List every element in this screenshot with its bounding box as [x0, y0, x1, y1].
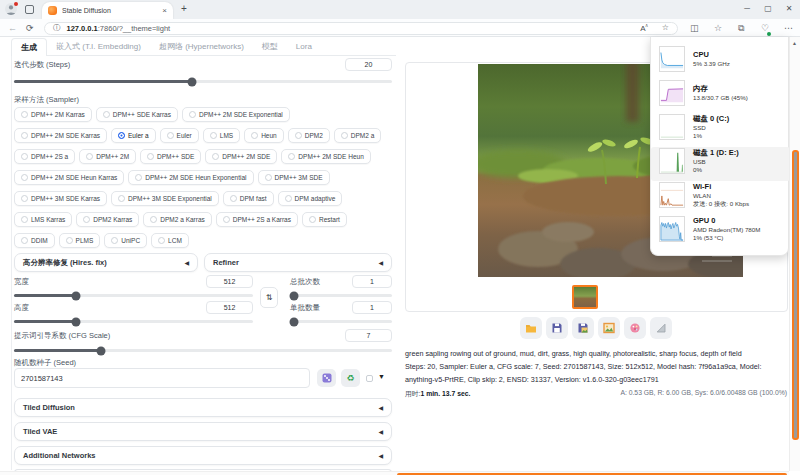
perf-row-disk1[interactable]: 磁盘 1 (D: E:) USB 0% — [651, 147, 790, 181]
sampler-option[interactable]: DPM2 Karras — [76, 212, 139, 227]
read-aloud-icon[interactable]: Aʌ — [640, 23, 648, 33]
sampler-option[interactable]: LMS — [203, 128, 240, 143]
sampler-option[interactable]: DPM++ 2S a — [14, 149, 75, 164]
browser-tab[interactable]: Stable Diffusion × — [42, 2, 173, 19]
sampler-option[interactable]: DDIM — [14, 233, 55, 248]
send-to-inpaint-button[interactable] — [624, 317, 646, 339]
tab-hypernetworks[interactable]: 超网络 (Hypernetworks) — [150, 38, 253, 55]
send-to-img2img-button[interactable] — [598, 317, 620, 339]
scroll-up-icon[interactable]: ▲ — [792, 40, 797, 46]
sampler-option[interactable]: DPM2 a Karras — [143, 212, 211, 227]
gpu-chart — [659, 216, 685, 242]
batch-count-input[interactable] — [352, 275, 392, 288]
sampler-option[interactable]: PLMS — [59, 233, 101, 248]
width-input[interactable] — [206, 275, 253, 288]
sampler-option[interactable]: DPM++ 2S a Karras — [216, 212, 298, 227]
sampler-option[interactable]: DPM++ 2M — [79, 149, 136, 164]
perf-row-memory[interactable]: 内存 13.8/30.7 GB (45%) — [651, 79, 790, 113]
tab-lora[interactable]: Lora — [287, 38, 321, 55]
radio-icon — [21, 111, 28, 118]
sampler-option[interactable]: Euler — [160, 128, 199, 143]
cfg-scale-slider[interactable] — [14, 349, 392, 352]
workspaces-icon[interactable] — [25, 5, 34, 14]
sampler-option[interactable]: UniPC — [104, 233, 147, 248]
sampler-option[interactable]: DPM++ 3M SDE Exponential — [111, 191, 219, 206]
palette-icon — [629, 322, 641, 334]
save-image-button[interactable] — [546, 317, 568, 339]
close-window-button[interactable]: ✕ — [780, 2, 798, 16]
sampler-option[interactable]: DPM++ SDE — [140, 149, 201, 164]
sampler-option[interactable]: DPM2 — [288, 128, 330, 143]
sampler-option-label: DPM++ 2M SDE Heun Karras — [31, 174, 117, 181]
additional-networks-accordion[interactable]: Additional Networks◀ — [14, 446, 392, 465]
steps-slider[interactable] — [14, 80, 392, 83]
open-folder-button[interactable] — [520, 317, 542, 339]
gallery-thumbnail-selected[interactable] — [572, 285, 598, 309]
sampler-option[interactable]: LCM — [151, 233, 189, 248]
save-zip-button[interactable] — [572, 317, 594, 339]
close-tab-icon[interactable]: × — [162, 6, 167, 15]
favorite-star-icon[interactable]: ☆ — [662, 23, 669, 33]
sampler-option[interactable]: DPM++ 2M SDE Heun — [281, 149, 370, 164]
sampler-option[interactable]: DPM++ 3M SDE — [258, 170, 330, 185]
tiled-vae-accordion[interactable]: Tiled VAE◀ — [14, 422, 392, 441]
horizontal-scrollbar[interactable] — [0, 471, 789, 475]
width-slider[interactable] — [14, 294, 253, 297]
perf-row-gpu[interactable]: GPU 0 AMD Radeon(TM) 780M 1% (53 °C) — [651, 215, 790, 249]
perf-row-cpu[interactable]: CPU 5% 3.39 GHz — [651, 45, 790, 79]
seed-caret-icon[interactable]: ▼ — [378, 373, 385, 380]
sampler-option[interactable]: DPM++ 2M SDE — [205, 149, 277, 164]
sampler-option[interactable]: DPM fast — [223, 191, 274, 206]
memory-stats: A: 0.53 GB, R: 6.00 GB, Sys: 6.0/6.00488… — [620, 389, 787, 399]
sampler-option[interactable]: LMS Karras — [14, 212, 72, 227]
steps-input[interactable] — [345, 58, 392, 71]
new-tab-button[interactable]: + — [181, 3, 187, 14]
vertical-scrollbar[interactable]: ▲ — [789, 37, 800, 471]
vertical-scrollbar-thumb[interactable] — [792, 150, 799, 440]
sampler-option[interactable]: DPM++ 2M SDE Exponential — [182, 107, 290, 122]
sampler-option[interactable]: DPM++ 2M SDE Heun Karras — [14, 170, 124, 185]
swap-dimensions-button[interactable]: ⇅ — [260, 287, 278, 308]
browser-essentials-icon[interactable]: ♡ — [761, 21, 769, 35]
site-info-icon[interactable]: ⓘ — [53, 23, 61, 33]
sampler-option[interactable]: Heun — [244, 128, 284, 143]
minimize-button[interactable]: ─ — [738, 2, 756, 16]
batch-count-slider[interactable] — [290, 294, 392, 297]
settings-menu-icon[interactable]: ⋯ — [784, 21, 793, 35]
sampler-option[interactable]: DPM++ 2M SDE Heun Exponential — [128, 170, 253, 185]
sampler-option[interactable]: DPM++ 2M SDE Karras — [14, 128, 107, 143]
refiner-accordion[interactable]: Refiner◀ — [204, 253, 392, 272]
collections-icon[interactable]: ⧉ — [738, 21, 744, 35]
tab-generate[interactable]: 生成 — [11, 38, 47, 56]
tab-checkpoints[interactable]: 模型 — [253, 38, 287, 55]
split-screen-icon[interactable]: ◫ — [690, 21, 699, 35]
batch-size-slider[interactable] — [290, 320, 392, 323]
height-slider[interactable] — [14, 320, 253, 323]
seed-input[interactable] — [14, 368, 310, 388]
cfg-scale-input[interactable] — [345, 329, 392, 342]
height-input[interactable] — [206, 301, 253, 314]
sampler-option[interactable]: DPM adaptive — [278, 191, 343, 206]
sampler-option[interactable]: DPM2 a — [334, 128, 381, 143]
back-icon[interactable]: ← — [8, 21, 17, 35]
sampler-option[interactable]: DPM++ 3M SDE Karras — [14, 191, 107, 206]
tab-embedding[interactable]: 嵌入式 (T.I. Embedding) — [47, 38, 150, 55]
random-seed-button[interactable] — [317, 369, 336, 387]
maximize-button[interactable]: ▢ — [759, 2, 777, 16]
perf-row-disk0[interactable]: 磁盘 0 (C:) SSD 1% — [651, 113, 790, 147]
reuse-seed-button[interactable]: ♻ — [341, 369, 360, 387]
extra-seed-checkbox[interactable] — [366, 375, 373, 382]
address-bar[interactable]: ⓘ 127.0.0.1:7860/?__theme=light Aʌ ☆ — [44, 22, 678, 35]
sampler-option[interactable]: Restart — [302, 212, 347, 227]
refresh-icon[interactable]: ⟳ — [26, 21, 34, 35]
batch-size-input[interactable] — [352, 301, 392, 314]
radio-icon — [251, 132, 258, 139]
sampler-option[interactable]: DPM++ 2M Karras — [14, 107, 92, 122]
send-to-extras-button[interactable] — [650, 317, 672, 339]
sampler-option[interactable]: DPM++ SDE Karras — [96, 107, 178, 122]
tiled-diffusion-accordion[interactable]: Tiled Diffusion◀ — [14, 398, 392, 417]
sampler-option-selected[interactable]: Euler a — [111, 128, 156, 143]
hires-fix-accordion[interactable]: 高分辨率修复 (Hires. fix)◀ — [14, 253, 198, 272]
favorites-icon[interactable]: ☆ — [714, 21, 722, 35]
perf-row-wifi[interactable]: Wi-Fi WLAN 发送: 0 接收: 0 Kbps — [651, 181, 790, 215]
